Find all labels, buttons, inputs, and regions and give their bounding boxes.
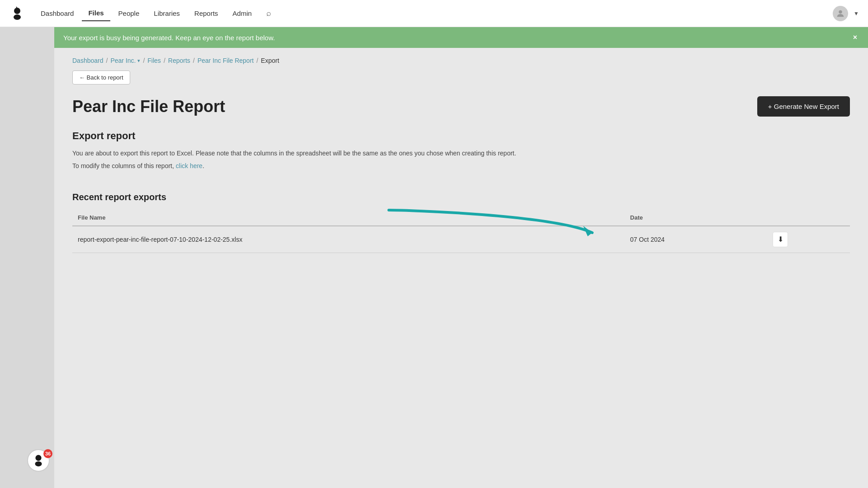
cell-file-name: report-export-pear-inc-file-report-07-10… bbox=[72, 226, 625, 253]
nav-item-dashboard[interactable]: Dashboard bbox=[34, 6, 80, 21]
notification-badge: 36 bbox=[43, 449, 52, 458]
main-wrapper: Your export is busy being generated. Kee… bbox=[0, 27, 868, 488]
search-icon[interactable]: ⌕ bbox=[264, 6, 274, 21]
breadcrumb-sep-3: / bbox=[164, 57, 165, 64]
svg-point-0 bbox=[14, 8, 20, 14]
breadcrumb-dashboard[interactable]: Dashboard bbox=[72, 57, 104, 64]
exports-table: File Name Date report-export-pear-inc-fi… bbox=[72, 210, 850, 253]
page-title: Pear Inc File Report bbox=[72, 97, 225, 116]
export-section-title: Export report bbox=[72, 130, 850, 142]
recent-exports-title: Recent report exports bbox=[72, 192, 850, 202]
export-section: Export report You are about to export th… bbox=[54, 126, 868, 183]
navbar: Dashboard Files People Libraries Reports… bbox=[0, 0, 868, 27]
col-date: Date bbox=[625, 210, 768, 226]
export-desc-end: . bbox=[203, 162, 204, 169]
table-row: report-export-pear-inc-file-report-07-10… bbox=[72, 226, 850, 253]
banner-message: Your export is busy being generated. Kee… bbox=[63, 34, 275, 42]
click-here-link[interactable]: click here bbox=[176, 162, 203, 169]
nav-items: Dashboard Files People Libraries Reports… bbox=[34, 5, 833, 21]
generate-new-export-button[interactable]: + Generate New Export bbox=[757, 96, 850, 117]
svg-point-1 bbox=[14, 14, 21, 20]
app-logo[interactable] bbox=[9, 5, 25, 22]
content-panel: Your export is busy being generated. Kee… bbox=[54, 27, 868, 488]
svg-point-6 bbox=[35, 461, 42, 466]
nav-item-files[interactable]: Files bbox=[82, 5, 110, 21]
notification-widget[interactable]: 36 bbox=[27, 449, 52, 474]
nav-right: ▼ bbox=[833, 6, 859, 21]
breadcrumb-current: Export bbox=[261, 57, 279, 64]
avatar[interactable] bbox=[833, 6, 848, 21]
col-file-name: File Name bbox=[72, 210, 625, 226]
nav-item-people[interactable]: People bbox=[112, 6, 146, 21]
notif-inner: 36 bbox=[27, 449, 52, 474]
breadcrumb-org-label[interactable]: Pear Inc. bbox=[110, 57, 136, 64]
breadcrumb-org[interactable]: Pear Inc. ▾ bbox=[110, 57, 140, 64]
breadcrumb-sep-2: / bbox=[143, 57, 145, 64]
banner-close-button[interactable]: × bbox=[851, 33, 859, 42]
breadcrumb-sep-5: / bbox=[256, 57, 258, 64]
breadcrumb-reports[interactable]: Reports bbox=[168, 57, 190, 64]
chevron-down-icon: ▾ bbox=[137, 58, 140, 64]
export-description-1: You are about to export this report to E… bbox=[72, 148, 850, 158]
breadcrumb-sep-4: / bbox=[193, 57, 195, 64]
breadcrumb-report-name[interactable]: Pear Inc File Report bbox=[198, 57, 254, 64]
nav-item-admin[interactable]: Admin bbox=[226, 6, 258, 21]
back-btn-wrap: ← Back to report bbox=[54, 69, 868, 92]
breadcrumb: Dashboard / Pear Inc. ▾ / Files / Report… bbox=[54, 48, 868, 69]
table-header-row: File Name Date bbox=[72, 210, 850, 226]
svg-point-3 bbox=[839, 10, 842, 13]
breadcrumb-sep-1: / bbox=[106, 57, 108, 64]
col-actions bbox=[767, 210, 850, 226]
back-to-report-button[interactable]: ← Back to report bbox=[72, 70, 130, 84]
nav-item-libraries[interactable]: Libraries bbox=[147, 6, 186, 21]
breadcrumb-files[interactable]: Files bbox=[147, 57, 161, 64]
cell-download: ⬇ bbox=[767, 226, 850, 253]
cell-date: 07 Oct 2024 bbox=[625, 226, 768, 253]
nav-item-reports[interactable]: Reports bbox=[188, 6, 225, 21]
recent-exports-section: Recent report exports File Name Date rep… bbox=[54, 183, 868, 262]
page-header: Pear Inc File Report + Generate New Expo… bbox=[54, 92, 868, 126]
download-button[interactable]: ⬇ bbox=[773, 232, 788, 247]
export-desc-prefix: To modify the columns of this report, bbox=[72, 162, 174, 169]
export-banner: Your export is busy being generated. Kee… bbox=[54, 27, 868, 48]
avatar-chevron-down-icon[interactable]: ▼ bbox=[854, 10, 859, 17]
svg-point-5 bbox=[35, 455, 41, 461]
export-description-2: To modify the columns of this report, cl… bbox=[72, 161, 850, 171]
